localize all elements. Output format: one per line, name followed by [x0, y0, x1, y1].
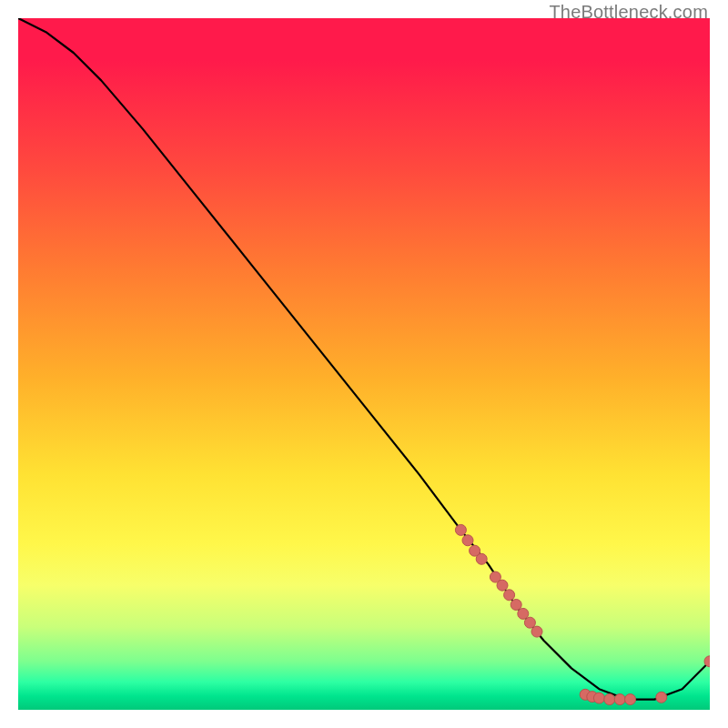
- marker-point: [497, 580, 508, 591]
- marker-point: [604, 694, 615, 705]
- marker-point: [518, 608, 529, 619]
- bottleneck-curve: [18, 18, 710, 700]
- marker-point: [531, 626, 542, 637]
- marker-point: [614, 694, 625, 705]
- marker-point: [504, 590, 515, 601]
- marker-point: [462, 535, 473, 546]
- marker-point: [625, 694, 636, 705]
- chart-overlay: [18, 18, 710, 710]
- marker-point: [593, 693, 604, 703]
- marker-point: [511, 600, 521, 611]
- plot-area: [18, 18, 710, 710]
- marker-point: [524, 617, 535, 628]
- marker-point: [656, 692, 667, 703]
- marker-point: [455, 524, 466, 535]
- chart-canvas: TheBottleneck.com: [0, 0, 728, 728]
- marker-point: [476, 553, 487, 564]
- watermark-text: TheBottleneck.com: [549, 2, 708, 23]
